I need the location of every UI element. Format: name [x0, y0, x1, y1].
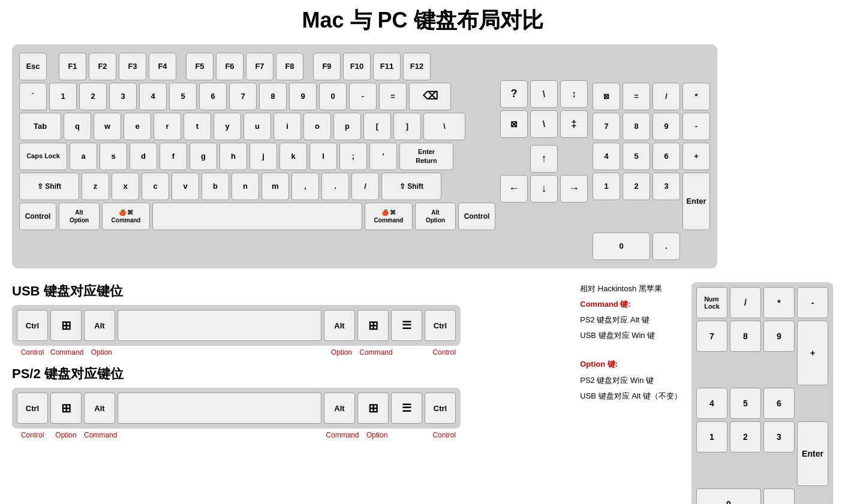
key-home[interactable]: \ — [530, 80, 558, 108]
key-f1[interactable]: F1 — [59, 53, 86, 80]
key-semicolon[interactable]: ; — [339, 143, 367, 170]
rnp-mult[interactable]: * — [763, 287, 795, 318]
rnp-divide[interactable]: / — [730, 287, 761, 318]
key-pagedown[interactable]: ‡ — [560, 110, 588, 138]
key-help[interactable]: ? — [500, 80, 528, 108]
key-5[interactable]: 5 — [169, 83, 197, 110]
rnp-7[interactable]: 7 — [696, 321, 727, 352]
usb-alt-right[interactable]: Alt — [324, 310, 355, 341]
key-2[interactable]: 2 — [79, 83, 107, 110]
rnp-6[interactable]: 6 — [763, 388, 795, 419]
key-spacebar[interactable] — [152, 203, 362, 230]
np-1[interactable]: 1 — [593, 173, 620, 200]
np-4[interactable]: 4 — [593, 143, 620, 170]
key-shift-left[interactable]: ⇧ Shift — [19, 173, 79, 200]
key-shift-right[interactable]: ⇧ Shift — [381, 173, 441, 200]
np-minus[interactable]: - — [682, 113, 710, 140]
key-b[interactable]: b — [202, 173, 229, 200]
key-i[interactable]: i — [273, 113, 301, 140]
key-z[interactable]: z — [82, 173, 109, 200]
usb-menu[interactable]: ☰ — [391, 310, 422, 341]
np-9[interactable]: 9 — [652, 113, 680, 140]
key-h[interactable]: h — [219, 143, 247, 170]
key-l[interactable]: l — [309, 143, 337, 170]
key-8[interactable]: 8 — [259, 83, 287, 110]
np-equals[interactable]: = — [623, 83, 650, 110]
np-0[interactable]: 0 — [593, 233, 650, 260]
key-pageup[interactable]: ↕ — [560, 80, 588, 108]
rnp-5[interactable]: 5 — [730, 388, 761, 419]
key-end[interactable]: \ — [530, 110, 558, 138]
rnp-4[interactable]: 4 — [696, 388, 727, 419]
key-control-left[interactable]: Control — [19, 203, 56, 230]
key-f8[interactable]: F8 — [276, 53, 303, 80]
ps2-space[interactable] — [118, 393, 321, 424]
key-backspace[interactable]: ⌫ — [409, 83, 451, 110]
rnp-2[interactable]: 2 — [730, 421, 761, 452]
key-r[interactable]: r — [154, 113, 181, 140]
key-t[interactable]: t — [184, 113, 211, 140]
ps2-win-right[interactable]: ⊞ — [357, 393, 389, 424]
key-s[interactable]: s — [100, 143, 127, 170]
key-esc[interactable]: Esc — [19, 53, 47, 80]
np-8[interactable]: 8 — [623, 113, 650, 140]
rnp-1[interactable]: 1 — [696, 421, 727, 452]
key-f12[interactable]: F12 — [403, 53, 431, 80]
key-command-left[interactable]: 🍎 ⌘Command — [102, 203, 150, 230]
key-alt-option-right[interactable]: AltOption — [415, 203, 456, 230]
key-del[interactable]: ⊠ — [500, 110, 528, 138]
usb-win-right[interactable]: ⊞ — [357, 310, 389, 341]
key-9[interactable]: 9 — [289, 83, 317, 110]
key-f7[interactable]: F7 — [246, 53, 273, 80]
key-q[interactable]: q — [64, 113, 91, 140]
ps2-menu[interactable]: ☰ — [391, 393, 422, 424]
key-g[interactable]: g — [190, 143, 217, 170]
rnp-dot[interactable]: . — [763, 488, 795, 504]
np-enter[interactable]: Enter — [682, 173, 710, 230]
key-n[interactable]: n — [231, 173, 259, 200]
key-v[interactable]: v — [172, 173, 199, 200]
key-y[interactable]: y — [213, 113, 241, 140]
key-u[interactable]: u — [243, 113, 271, 140]
np-dot[interactable]: . — [652, 233, 680, 260]
np-7[interactable]: 7 — [593, 113, 620, 140]
key-d[interactable]: d — [130, 143, 157, 170]
key-p[interactable]: p — [333, 113, 361, 140]
np-plus[interactable]: + — [682, 143, 710, 170]
key-f11[interactable]: F11 — [373, 53, 401, 80]
key-lbracket[interactable]: [ — [363, 113, 391, 140]
key-f9[interactable]: F9 — [313, 53, 341, 80]
key-control-right[interactable]: Control — [458, 203, 495, 230]
key-m[interactable]: m — [261, 173, 289, 200]
np-6[interactable]: 6 — [652, 143, 680, 170]
ps2-ctrl-right[interactable]: Ctrl — [425, 393, 456, 424]
np-2[interactable]: 2 — [623, 173, 650, 200]
ps2-win-left[interactable]: ⊞ — [50, 393, 82, 424]
key-j[interactable]: j — [249, 143, 277, 170]
key-rbracket[interactable]: ] — [393, 113, 421, 140]
rnp-0[interactable]: 0 — [696, 488, 761, 504]
key-backslash[interactable]: \ — [423, 113, 465, 140]
key-f[interactable]: f — [160, 143, 187, 170]
np-divide[interactable]: / — [652, 83, 680, 110]
ps2-ctrl-left[interactable]: Ctrl — [17, 393, 48, 424]
rnp-3[interactable]: 3 — [763, 421, 795, 452]
key-f10[interactable]: F10 — [343, 53, 371, 80]
key-f4[interactable]: F4 — [149, 53, 176, 80]
key-0[interactable]: 0 — [319, 83, 347, 110]
np-5[interactable]: 5 — [623, 143, 650, 170]
rnp-plus[interactable]: + — [797, 321, 828, 385]
np-clear[interactable]: ⊠ — [593, 83, 620, 110]
key-1[interactable]: 1 — [49, 83, 77, 110]
rnp-8[interactable]: 8 — [730, 321, 761, 352]
key-equals[interactable]: = — [379, 83, 407, 110]
key-a[interactable]: a — [70, 143, 97, 170]
key-left[interactable]: ← — [500, 175, 528, 203]
key-f2[interactable]: F2 — [89, 53, 116, 80]
rnp-numlock[interactable]: NumLock — [696, 287, 727, 318]
key-x[interactable]: x — [112, 173, 139, 200]
key-period[interactable]: . — [321, 173, 349, 200]
rnp-enter[interactable]: Enter — [797, 421, 828, 486]
key-right[interactable]: → — [560, 175, 588, 203]
np-multiply[interactable]: * — [682, 83, 710, 110]
